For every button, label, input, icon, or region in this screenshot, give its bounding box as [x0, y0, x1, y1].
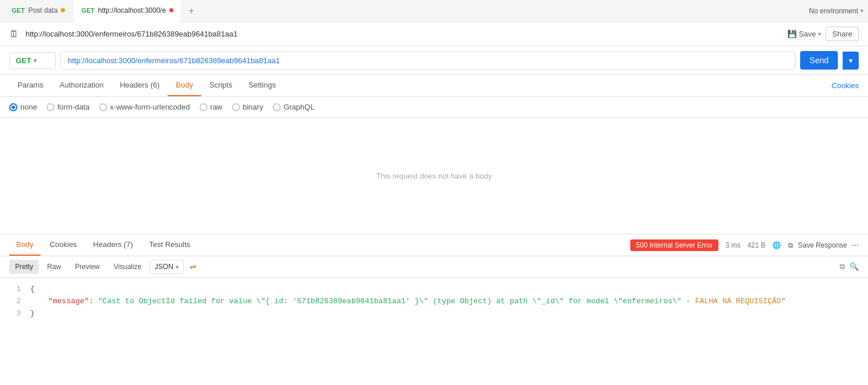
radio-graphql[interactable]: GraphQL: [273, 103, 314, 111]
view-tab-preview[interactable]: Preview: [69, 260, 106, 274]
radio-urlencoded-dot: [99, 103, 107, 111]
method-label: GET: [16, 56, 31, 65]
save-chevron-icon: ▾: [818, 31, 821, 37]
radio-binary[interactable]: binary: [232, 103, 263, 111]
copy-response-icon[interactable]: ⧉: [840, 262, 845, 271]
view-tab-visualize[interactable]: Visualize: [108, 260, 147, 274]
code-area: 1 { 2 "message": "Cast to ObjectId faile…: [0, 278, 868, 325]
search-response-icon[interactable]: 🔍: [849, 262, 859, 271]
save-icon: 💾: [787, 30, 797, 38]
filter-icon[interactable]: ⇌: [190, 262, 197, 271]
method-chevron-icon: ▾: [34, 57, 37, 64]
tab-get-post-data[interactable]: GET Post data: [5, 0, 72, 22]
request-icon: 🗓: [9, 29, 19, 39]
copy-icon[interactable]: ⧉: [788, 241, 793, 249]
tab-bar: GET Post data GET http://localhost:3000/…: [0, 0, 868, 22]
body-options: none form-data x-www-form-urlencoded raw…: [0, 97, 868, 118]
more-options-icon[interactable]: ⋯: [852, 241, 859, 249]
radio-none[interactable]: none: [9, 103, 37, 111]
radio-form-data[interactable]: form-data: [46, 103, 90, 111]
tab-unsaved-dot: [61, 8, 65, 12]
environment-selector[interactable]: No environment ▾: [809, 7, 863, 15]
radio-none-label: none: [20, 103, 37, 111]
tab-body[interactable]: Body: [168, 75, 201, 96]
empty-body-message: This request does not have a body: [0, 118, 868, 234]
tab-get-localhost[interactable]: GET http://localhost:3000/e: [74, 0, 180, 22]
response-time: 3 ms: [725, 241, 740, 249]
format-selector[interactable]: JSON ▾: [150, 260, 184, 274]
tab-unsaved-dot-2: [169, 8, 173, 12]
format-chevron-icon: ▾: [176, 264, 179, 270]
radio-form-data-dot: [46, 103, 55, 111]
env-label: No environment: [809, 7, 858, 15]
response-area: Body Cookies Headers (7) Test Results 50…: [0, 234, 868, 325]
radio-raw[interactable]: raw: [199, 103, 223, 111]
resp-tab-test-results[interactable]: Test Results: [142, 234, 197, 256]
line-3-content: }: [30, 308, 859, 320]
tab-authorization[interactable]: Authorization: [52, 75, 112, 96]
code-line-3: 3 }: [9, 308, 859, 320]
address-url: http://localhost:3000/enfermeiros/671b82…: [26, 30, 783, 38]
json-error-text: FALHA NA REQUISIÇÃO: [695, 297, 781, 306]
chevron-down-icon: ▾: [860, 8, 863, 14]
send-button[interactable]: Send: [800, 51, 838, 70]
new-tab-button[interactable]: +: [183, 6, 199, 16]
radio-binary-dot: [232, 103, 240, 111]
tab-params[interactable]: Params: [9, 75, 52, 96]
radio-raw-dot: [199, 103, 208, 111]
radio-graphql-label: GraphQL: [284, 103, 314, 111]
view-tab-right-actions: ⧉ 🔍: [840, 262, 859, 271]
radio-urlencoded-label: x-www-form-urlencoded: [110, 103, 190, 111]
resp-actions: ⧉ Save Response ⋯: [788, 241, 859, 249]
request-bar: GET ▾ Send ▾: [0, 46, 868, 75]
code-line-1: 1 {: [9, 284, 859, 296]
tab-headers[interactable]: Headers (6): [112, 75, 168, 96]
view-tab-raw[interactable]: Raw: [41, 260, 67, 274]
response-size: 421 B: [747, 241, 765, 249]
radio-raw-label: raw: [210, 103, 223, 111]
address-bar-row: 🗓 http://localhost:3000/enfermeiros/671b…: [0, 22, 868, 46]
send-label: Send: [809, 56, 829, 65]
format-label: JSON: [155, 263, 173, 271]
tab-method-get-2: GET: [81, 7, 95, 14]
send-dropdown-button[interactable]: ▾: [842, 52, 859, 70]
tab-scripts[interactable]: Scripts: [201, 75, 241, 96]
tab-method-get: GET: [12, 7, 25, 14]
method-dropdown[interactable]: GET ▾: [9, 52, 56, 69]
resp-tab-cookies[interactable]: Cookies: [43, 234, 84, 256]
response-tabs: Body Cookies Headers (7) Test Results 50…: [0, 234, 868, 256]
radio-binary-label: binary: [243, 103, 263, 111]
resp-tab-headers[interactable]: Headers (7): [86, 234, 140, 256]
send-chevron-icon: ▾: [849, 56, 853, 65]
tab-bar-right: No environment ▾: [809, 7, 863, 15]
status-badge: 500 Internal Server Error: [630, 239, 718, 251]
radio-none-dot: [9, 103, 17, 111]
line-1-content: {: [30, 284, 859, 296]
save-response-button[interactable]: Save Response: [798, 241, 847, 249]
tab-label-2: http://localhost:3000/e: [98, 6, 166, 14]
line-number-1: 1: [9, 284, 21, 296]
share-button[interactable]: Share: [826, 27, 859, 41]
cookies-link[interactable]: Cookies: [831, 75, 859, 96]
radio-urlencoded[interactable]: x-www-form-urlencoded: [99, 103, 190, 111]
json-value: "Cast to ObjectId failed for value \"{ i…: [98, 297, 695, 306]
tab-label: Post data: [28, 6, 58, 14]
line-number-3: 3: [9, 308, 21, 320]
view-tab-pretty[interactable]: Pretty: [9, 260, 39, 274]
response-status-area: 500 Internal Server Error 3 ms 421 B 🌐 ⧉…: [630, 239, 859, 251]
json-key: "message": [48, 297, 89, 306]
radio-graphql-dot: [273, 103, 281, 111]
line-number-2: 2: [9, 296, 21, 308]
address-bar-actions: 💾 Save ▾ Share: [787, 27, 859, 41]
tab-settings[interactable]: Settings: [241, 75, 284, 96]
save-label: Save: [799, 30, 816, 38]
url-input[interactable]: [60, 52, 796, 70]
save-button[interactable]: 💾 Save ▾: [787, 30, 822, 38]
code-line-2: 2 "message": "Cast to ObjectId failed fo…: [9, 296, 859, 308]
request-tabs: Params Authorization Headers (6) Body Sc…: [0, 75, 868, 97]
line-2-content: "message": "Cast to ObjectId failed for …: [30, 296, 859, 308]
globe-icon: 🌐: [772, 241, 781, 249]
resp-tab-body[interactable]: Body: [9, 234, 41, 256]
radio-form-data-label: form-data: [57, 103, 90, 111]
view-tabs: Pretty Raw Preview Visualize JSON ▾ ⇌ ⧉ …: [0, 256, 868, 278]
